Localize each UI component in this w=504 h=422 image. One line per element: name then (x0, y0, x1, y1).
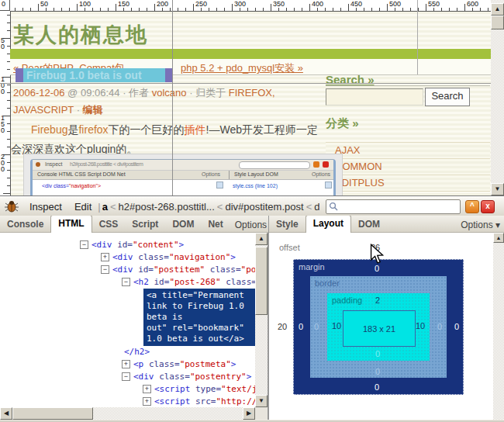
category-item-common[interactable]: COMMON (326, 159, 490, 175)
tree-row[interactable]: −<div id="content"> (0, 239, 255, 251)
code-token: <script (154, 384, 195, 394)
post-title[interactable]: Firebug 1.0 beta is out (23, 68, 165, 82)
expand-icon[interactable]: + (143, 397, 151, 406)
firebug-tabbar: ConsoleHTMLCSSScriptDOMNetOptions StyleL… (0, 216, 504, 233)
tree-row[interactable]: −<div class="postentry"> (0, 371, 255, 383)
margin-label: margin (299, 262, 325, 272)
tab-style[interactable]: Style (269, 216, 306, 233)
padding-top-value: 2 (375, 296, 380, 305)
sidebar-category-list: AJAXCOMMONEDITPLUS (326, 142, 490, 192)
expand-icon[interactable]: + (143, 385, 151, 393)
tab-dom[interactable]: DOM (165, 216, 201, 233)
edit-button[interactable]: Edit (74, 201, 91, 213)
padding-label: padding (332, 296, 362, 305)
firebug-search-box[interactable] (326, 199, 461, 214)
margin-left-value: 0 (299, 322, 303, 331)
firefox-link[interactable]: firefox (78, 123, 108, 136)
next-post-link[interactable]: php 5.2 + pdo_mysql安装 » (181, 61, 303, 75)
ruler-label: 50 (1, 37, 7, 50)
tab-html[interactable]: HTML (50, 216, 91, 233)
meta-dot: · (74, 104, 83, 116)
scroll-right-button[interactable]: ▶ (243, 407, 255, 420)
code-token: <script (154, 396, 195, 406)
code-token: id= (154, 277, 170, 287)
category-link-firefox[interactable]: FIREFOX, (229, 87, 275, 99)
code-token (205, 265, 210, 275)
category-link-javascript[interactable]: JAVASCRIPT (13, 104, 74, 116)
mini-style-ref: style.css (line 102) (233, 183, 278, 189)
tree-row[interactable]: −<div id="postitem" class="pos (0, 264, 255, 276)
scroll-down-button[interactable]: ▼ (255, 395, 268, 407)
edit-link[interactable]: 编辑 (83, 104, 103, 116)
mini-divider (229, 171, 230, 179)
close-button[interactable]: x (481, 200, 495, 213)
mini-tabbar: Console HTML CSS Script DOM Net Options … (33, 171, 333, 180)
tree-row[interactable]: </h2> (0, 346, 255, 358)
scroll-up-button[interactable]: ▲ (255, 233, 268, 245)
scrollbar-thumb[interactable] (12, 407, 93, 420)
ruler-label: 350 (273, 0, 285, 8)
scroll-up-button[interactable]: ▲ (493, 233, 504, 243)
collapse-icon[interactable]: − (101, 265, 109, 274)
scroll-left-button[interactable]: ◀ (0, 407, 12, 420)
post-author-link[interactable]: volcano (152, 87, 187, 99)
scrollbar-thumb[interactable] (255, 247, 268, 315)
category-item-editplus[interactable]: EDITPLUS (326, 175, 490, 192)
breadcrumb-item[interactable]: h2#post-268.posttitl... (119, 201, 215, 213)
breadcrumb-item[interactable]: div#postitem.post (225, 201, 303, 213)
mini-options-left: Options (202, 171, 220, 177)
breadcrumb-separator: < (217, 201, 223, 213)
post-image-firebug-screenshot[interactable]: Inspect h2#post-268.posttitle < div#post… (23, 154, 343, 195)
tab-script[interactable]: Script (125, 216, 165, 233)
breadcrumb-item[interactable]: a (102, 201, 108, 213)
inspect-highlight-content: Firebug 1.0 beta is out (23, 68, 165, 82)
code-token: <p (133, 359, 149, 369)
collapse-icon[interactable]: − (122, 372, 130, 381)
collapse-icon[interactable]: − (122, 278, 130, 286)
mini-tabs-left: Console HTML CSS Script DOM Net (37, 171, 126, 177)
category-item-ajax[interactable]: AJAX (326, 143, 490, 159)
selected-node[interactable]: <a title="Permanent link to Firebug 1.0 … (143, 289, 255, 346)
sidebar-search-button[interactable]: Search (425, 88, 470, 106)
ruler-label: 150 (118, 0, 129, 8)
html-panel-hscrollbar[interactable]: ◀ ▶ (0, 407, 255, 420)
scrollbar-thumb[interactable] (491, 16, 504, 29)
code-token: "content" (133, 240, 179, 250)
scroll-up-button[interactable]: ▲ (491, 3, 504, 16)
tree-row[interactable]: +<script type="text/j (0, 383, 255, 396)
ruler-label: 250 (195, 0, 207, 8)
options-menu[interactable]: Options ▾ (456, 217, 504, 233)
breadcrumb-item[interactable]: d (314, 201, 319, 213)
tab-layout[interactable]: Layout (306, 216, 351, 233)
firebug-icon[interactable] (5, 200, 19, 213)
inspect-button[interactable]: Inspect (29, 201, 62, 213)
mini-search-box (239, 161, 310, 169)
tree-row[interactable]: +<script src="http:// (0, 396, 255, 407)
tab-console[interactable]: Console (0, 216, 50, 233)
browser-scrollbar[interactable]: ▲ ▼ (491, 0, 504, 195)
expand-icon[interactable]: + (101, 253, 109, 261)
collapse-icon[interactable]: − (80, 240, 88, 249)
expand-icon[interactable]: + (122, 360, 130, 368)
border-label: border (315, 278, 340, 288)
tab-net[interactable]: Net (201, 216, 230, 233)
code-token: class= (138, 252, 169, 262)
scroll-down-button[interactable]: ▼ (491, 183, 504, 195)
code-token: <div (112, 252, 138, 262)
tree-row[interactable]: +<p class="postmeta"> (0, 358, 255, 371)
tab-css[interactable]: CSS (92, 216, 126, 233)
tree-row[interactable]: +<div class="navigation"> (0, 251, 255, 264)
code-token: > (179, 240, 185, 250)
code-token: id= (138, 265, 154, 275)
padding-right-value: 10 (416, 321, 425, 330)
options-menu[interactable]: Options (230, 217, 267, 233)
html-panel-vscrollbar[interactable]: ▲ ▼ (255, 233, 268, 407)
sidebar-divider (326, 85, 490, 86)
minimize-button[interactable]: ^ (465, 200, 479, 213)
sidebar-search-heading: Search » (326, 73, 375, 86)
layout-panel-scrollbar[interactable]: ▲ (493, 233, 504, 420)
plugin-link[interactable]: 插件 (185, 123, 206, 136)
sidebar-search-input[interactable] (326, 88, 423, 106)
tab-dom[interactable]: DOM (351, 216, 387, 233)
tree-row[interactable]: −<h2 id="post-268" class= (0, 276, 255, 289)
